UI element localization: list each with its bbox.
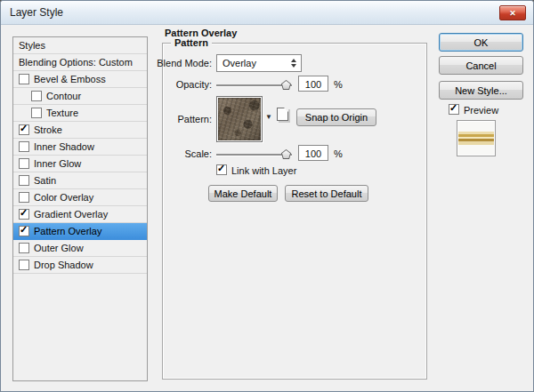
blend-mode-value: Overlay: [222, 58, 256, 68]
sidebar-item-texture[interactable]: Texture: [13, 105, 147, 122]
new-style-button[interactable]: New Style...: [439, 81, 523, 100]
preview-label: Preview: [464, 105, 498, 116]
scale-slider[interactable]: [216, 148, 292, 160]
sidebar-item-stroke[interactable]: Stroke: [13, 122, 147, 139]
sidebar-item-label: Drop Shadow: [34, 260, 93, 270]
sidebar-item-inner-glow[interactable]: Inner Glow: [13, 156, 147, 172]
updown-arrows-icon: [291, 59, 296, 68]
sidebar-item-gradient-overlay[interactable]: Gradient Overlay: [13, 206, 147, 223]
sidebar-item-label: Stroke: [34, 124, 62, 135]
sidebar-item-label: Contour: [46, 91, 81, 101]
sidebar-item-label: Outer Glow: [34, 243, 84, 253]
sidebar-item-satin[interactable]: Satin: [13, 172, 147, 189]
sidebar-item-outer-glow[interactable]: Outer Glow: [13, 240, 147, 257]
reset-to-default-button[interactable]: Reset to Default: [285, 185, 368, 202]
sidebar-item-color-overlay[interactable]: Color Overlay: [13, 189, 147, 206]
link-with-layer-checkbox[interactable]: [216, 164, 227, 175]
preview-checkbox[interactable]: [449, 104, 459, 115]
style-checkbox[interactable]: [19, 74, 29, 84]
sidebar-item-label: Blending Options: Custom: [19, 57, 133, 68]
sidebar-item-label: Gradient Overlay: [34, 209, 108, 220]
sidebar-item-label: Pattern Overlay: [34, 226, 101, 236]
title-bar: Layer Style ✕: [1, 1, 533, 25]
sidebar-item-label: Texture: [46, 108, 78, 118]
layer-style-dialog: Layer Style ✕ Styles Blending Options: C…: [0, 0, 534, 392]
style-checkbox[interactable]: [19, 175, 29, 186]
style-checkbox[interactable]: [31, 91, 42, 101]
sidebar-item-pattern-overlay[interactable]: Pattern Overlay: [13, 223, 147, 240]
pattern-picker-arrow-icon[interactable]: ▼: [265, 113, 272, 121]
blend-mode-select[interactable]: Overlay: [216, 54, 302, 72]
opacity-label: Opacity:: [148, 79, 212, 90]
scale-input[interactable]: 100: [298, 145, 328, 161]
link-with-layer-label: Link with Layer: [231, 165, 296, 176]
opacity-slider-thumb[interactable]: [281, 80, 291, 90]
scale-slider-thumb[interactable]: [281, 149, 291, 159]
window-title: Layer Style: [10, 6, 63, 19]
sidebar-item-label: Satin: [34, 175, 56, 186]
make-default-button[interactable]: Make Default: [208, 185, 278, 202]
pattern-thumbnail[interactable]: [216, 96, 263, 142]
style-checkbox[interactable]: [19, 209, 29, 220]
sidebar-item-label: Inner Shadow: [34, 141, 94, 152]
new-preset-icon[interactable]: [277, 108, 288, 121]
sidebar-item-label: Color Overlay: [34, 192, 93, 203]
sidebar-item-drop-shadow[interactable]: Drop Shadow: [13, 257, 147, 274]
cancel-button[interactable]: Cancel: [439, 56, 523, 75]
sidebar-item-bevel-emboss[interactable]: Bevel & Emboss: [13, 71, 147, 88]
opacity-slider[interactable]: [216, 79, 292, 91]
style-checkbox[interactable]: [19, 141, 29, 152]
style-checkbox[interactable]: [19, 260, 29, 270]
sidebar-item-label: Styles: [19, 40, 45, 51]
style-checkbox[interactable]: [19, 226, 29, 236]
scale-label: Scale:: [148, 148, 212, 159]
close-icon: ✕: [509, 9, 516, 18]
pattern-group-label: Pattern: [171, 37, 212, 48]
sidebar-item-label: Bevel & Emboss: [34, 74, 106, 84]
sidebar-item-inner-shadow[interactable]: Inner Shadow: [13, 139, 147, 156]
pattern-groupbox: [162, 43, 427, 380]
style-checkbox[interactable]: [19, 192, 29, 203]
style-checkbox[interactable]: [19, 124, 29, 135]
sidebar-item-contour[interactable]: Contour: [13, 88, 147, 105]
styles-list: Styles Blending Options: Custom Bevel & …: [12, 36, 148, 381]
style-checkbox[interactable]: [31, 108, 42, 118]
scale-unit: %: [334, 148, 343, 159]
style-checkbox[interactable]: [19, 158, 29, 169]
close-button[interactable]: ✕: [499, 5, 526, 20]
blend-mode-label: Blend Mode:: [148, 58, 212, 68]
opacity-slider-track[interactable]: [216, 84, 292, 86]
style-preview-swatch: [457, 120, 496, 156]
opacity-unit: %: [334, 79, 343, 90]
opacity-input[interactable]: 100: [298, 76, 328, 92]
sidebar-item-styles[interactable]: Styles: [13, 37, 147, 54]
ok-button[interactable]: OK: [439, 33, 523, 52]
pattern-image: [218, 98, 261, 140]
style-checkbox[interactable]: [19, 243, 29, 253]
sidebar-item-label: Inner Glow: [34, 158, 81, 169]
sidebar-item-blending-options[interactable]: Blending Options: Custom: [13, 54, 147, 71]
snap-to-origin-button[interactable]: Snap to Origin: [296, 108, 376, 126]
scale-slider-track[interactable]: [216, 154, 292, 156]
pattern-label: Pattern:: [148, 114, 212, 124]
